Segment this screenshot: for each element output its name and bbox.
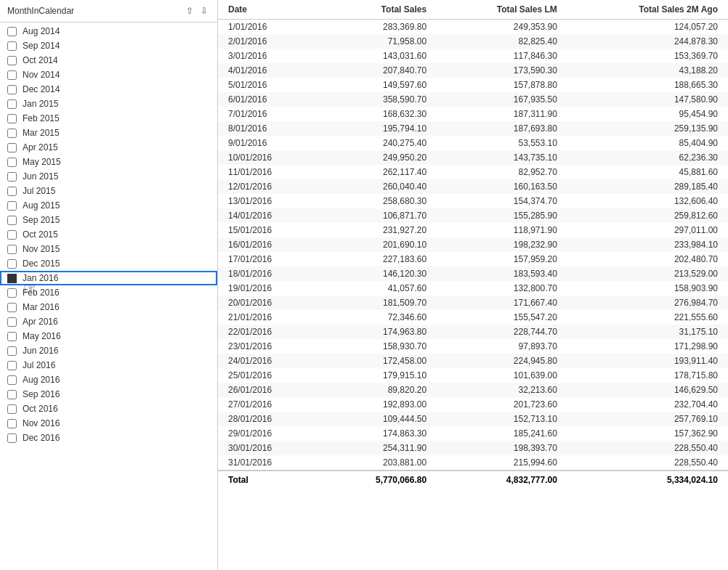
checkbox[interactable] — [7, 143, 17, 152]
checkbox[interactable] — [7, 201, 17, 211]
table-row: 27/01/2016192,893.00201,723.60232,704.40 — [218, 397, 728, 412]
sort-asc-icon[interactable]: ⇧ — [184, 4, 195, 17]
checkbox[interactable] — [7, 27, 17, 36]
checkbox[interactable] — [7, 216, 17, 225]
filter-item[interactable]: Feb 2016 — [0, 285, 217, 300]
filter-item-label: Jun 2015 — [23, 171, 58, 182]
table-cell: 244,878.30 — [567, 34, 728, 49]
checkbox[interactable] — [7, 259, 17, 269]
table-cell: 146,120.30 — [321, 266, 437, 281]
filter-item[interactable]: Jun 2016 — [0, 343, 217, 358]
filter-item-label: Aug 2016 — [23, 375, 60, 385]
filter-item[interactable]: Mar 2015 — [0, 126, 217, 140]
filter-item[interactable]: Aug 2014 — [0, 24, 217, 38]
table-cell: 19/01/2016 — [218, 281, 321, 296]
filter-item[interactable]: Dec 2014 — [0, 82, 217, 97]
table-cell: 26/01/2016 — [218, 383, 321, 397]
filter-item[interactable]: Dec 2015 — [0, 256, 217, 271]
table-row: 22/01/2016174,963.80228,744.7031,175.10 — [218, 325, 728, 339]
filter-item[interactable]: Jun 2015 — [0, 169, 217, 184]
filter-item-label: Dec 2014 — [23, 84, 60, 94]
filter-item[interactable]: Jul 2016 — [0, 358, 217, 372]
table-cell: 14/01/2016 — [218, 208, 321, 223]
table-cell: 45,881.60 — [567, 165, 728, 179]
checkbox[interactable] — [7, 419, 17, 428]
table-cell: 187,311.90 — [437, 107, 567, 121]
table-col-header: Total Sales — [321, 0, 437, 20]
filter-item[interactable]: Feb 2015 — [0, 111, 217, 126]
filter-item[interactable]: Dec 2016 — [0, 431, 217, 445]
filter-item[interactable]: Apr 2016 — [0, 314, 217, 329]
filter-item[interactable]: Sep 2015 — [0, 213, 217, 227]
checkbox[interactable] — [7, 172, 17, 182]
checkbox[interactable] — [7, 158, 17, 167]
table-cell: 240,275.40 — [321, 136, 437, 150]
table-row: 29/01/2016174,863.30185,241.60157,362.90 — [218, 426, 728, 441]
checkbox[interactable] — [7, 346, 17, 356]
sort-desc-icon[interactable]: ⇩ — [198, 4, 210, 17]
checkbox[interactable] — [7, 99, 17, 109]
table-cell: 43,188.20 — [567, 63, 728, 78]
checkbox[interactable] — [7, 361, 17, 370]
table-row: 19/01/201641,057.60132,800.70158,903.90 — [218, 281, 728, 296]
filter-item-label: Apr 2015 — [23, 142, 58, 152]
checkbox[interactable] — [7, 375, 17, 385]
checkbox[interactable] — [7, 85, 17, 94]
table-footer-row: Total5,770,066.804,832,777.005,334,024.1… — [218, 471, 728, 489]
filter-item[interactable]: Oct 2014 — [0, 53, 217, 68]
filter-item[interactable]: Jan 2015 — [0, 97, 217, 111]
filter-item[interactable]: May 2016 — [0, 329, 217, 343]
filter-item[interactable]: May 2015 — [0, 155, 217, 169]
table-row: 31/01/2016203,881.00215,994.60228,550.40 — [218, 455, 728, 471]
filter-item[interactable]: Nov 2015 — [0, 242, 217, 256]
checkbox[interactable] — [7, 230, 17, 240]
checkbox[interactable] — [7, 114, 17, 123]
table-cell: 193,911.40 — [567, 354, 728, 368]
table-cell: 82,825.40 — [437, 34, 567, 49]
filter-item[interactable]: Jan 2016☞ — [0, 271, 217, 285]
table-footer-cell: 5,770,066.80 — [321, 471, 437, 489]
filter-item[interactable]: Oct 2016 — [0, 402, 217, 416]
filter-item-label: Apr 2016 — [23, 317, 58, 327]
table-cell: 155,285.90 — [437, 208, 567, 223]
filter-item[interactable]: Jul 2015 — [0, 184, 217, 198]
checkbox[interactable] — [7, 187, 17, 196]
checkbox[interactable] — [7, 332, 17, 341]
table-cell: 203,881.00 — [321, 455, 437, 471]
filter-item-label: Jan 2015 — [23, 99, 58, 109]
checkbox[interactable] — [7, 317, 17, 327]
sales-table: DateTotal SalesTotal Sales LMTotal Sales… — [218, 0, 728, 489]
checkbox[interactable] — [7, 288, 17, 298]
table-cell: 31/01/2016 — [218, 455, 321, 471]
table-row: 28/01/2016109,444.50152,713.10257,769.10 — [218, 412, 728, 426]
filter-item[interactable]: Sep 2014 — [0, 38, 217, 53]
table-cell: 154,374.70 — [437, 194, 567, 208]
checkbox[interactable] — [7, 41, 17, 51]
table-cell: 31,175.10 — [567, 325, 728, 339]
checkbox[interactable] — [7, 56, 17, 65]
filter-item[interactable]: Nov 2016 — [0, 416, 217, 431]
filter-list[interactable]: Aug 2014Sep 2014Oct 2014Nov 2014Dec 2014… — [0, 23, 217, 570]
table-cell: 227,183.60 — [321, 252, 437, 266]
table-cell: 297,011.00 — [567, 223, 728, 237]
checkbox[interactable] — [7, 433, 17, 443]
table-cell: 10/01/2016 — [218, 150, 321, 165]
checkbox[interactable] — [7, 70, 17, 80]
checkbox[interactable] — [7, 303, 17, 312]
table-cell: 228,744.70 — [437, 325, 567, 339]
checkbox[interactable] — [7, 129, 17, 138]
checkbox[interactable] — [7, 390, 17, 399]
filter-item[interactable]: Apr 2015 — [0, 140, 217, 155]
table-cell: 146,629.50 — [567, 383, 728, 397]
filter-item[interactable]: Nov 2014 — [0, 68, 217, 82]
filter-item[interactable]: Aug 2015 — [0, 198, 217, 213]
filter-header: MonthInCalendar ⇧ ⇩ — [0, 0, 217, 23]
filter-item[interactable]: Mar 2016 — [0, 300, 217, 314]
table-row: 7/01/2016168,632.30187,311.9095,454.90 — [218, 107, 728, 121]
checkbox[interactable] — [7, 245, 17, 254]
filter-item[interactable]: Oct 2015 — [0, 227, 217, 242]
checkbox[interactable] — [7, 404, 17, 414]
filter-item[interactable]: Aug 2016 — [0, 372, 217, 387]
filter-item[interactable]: Sep 2016 — [0, 387, 217, 402]
table-cell: 149,597.60 — [321, 78, 437, 92]
